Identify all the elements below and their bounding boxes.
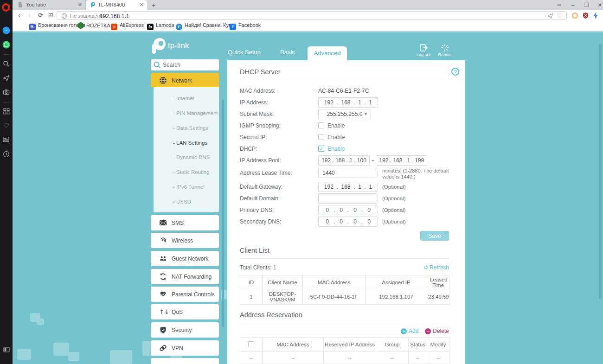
client-list-table: ID Client Name MAC Address Assigned IP L… xyxy=(240,275,449,305)
restore-button[interactable]: ❐ xyxy=(583,1,590,9)
tab-basic[interactable]: Basic xyxy=(280,49,295,56)
total-clients: Total Clients: 1 xyxy=(240,264,276,271)
tab-menu-icon[interactable]: ≂ xyxy=(555,1,563,9)
select-all-checkbox[interactable] xyxy=(248,341,254,347)
delete-button[interactable]: −Delete xyxy=(425,328,449,334)
second-ip-label: Second IP: xyxy=(240,134,318,140)
url-field[interactable]: Не защищено 192.168.1.1 ♡ xyxy=(57,11,567,20)
dhcp-enable-checkbox[interactable]: ✓ xyxy=(318,146,324,152)
logout-button[interactable]: Log out xyxy=(413,44,434,57)
tab-quick-setup[interactable]: Quick Setup xyxy=(228,49,261,56)
tab-close-icon[interactable]: ✕ xyxy=(78,2,82,8)
menu-item-network[interactable]: Network xyxy=(151,73,219,87)
close-button[interactable]: ✕ xyxy=(596,1,603,9)
bookmark-rozetka[interactable]: ROZETKA xyxy=(77,22,110,30)
menu-label: Network xyxy=(172,77,192,84)
menu-item-qos[interactable]: ↑↓ QoS xyxy=(151,304,219,319)
lease-note: minutes. (1-2880. The default value is 1… xyxy=(382,168,449,180)
lease-time-input[interactable] xyxy=(318,168,378,178)
primary-dns-label: Primary DNS: xyxy=(240,207,318,213)
tab-tplink[interactable]: TL-MR6400 ✕ xyxy=(86,0,147,10)
bookmark-aliexpress[interactable]: ☺AliExpress xyxy=(111,22,144,30)
bookmark-facebook[interactable]: fFacebook xyxy=(230,22,261,30)
menu-icon xyxy=(159,361,167,364)
nav-search-input[interactable] xyxy=(163,61,215,69)
flash-bolt-icon[interactable] xyxy=(592,12,599,19)
nav-search-box[interactable] xyxy=(151,59,219,70)
new-tab-button[interactable]: + xyxy=(150,1,157,9)
bookmark-favicon xyxy=(77,22,84,29)
second-ip-checkbox[interactable] xyxy=(318,134,324,140)
tab-youtube[interactable]: YouTube ✕ xyxy=(14,0,86,10)
forward-icon[interactable]: › xyxy=(28,12,30,19)
bookmark-booking[interactable]: B.Бронювання готелів xyxy=(29,22,85,30)
menu-item-nat-forwarding[interactable]: NAT Forwarding xyxy=(151,269,219,284)
menu-item-partial[interactable] xyxy=(151,358,219,364)
refresh-button[interactable]: ↺Refresh xyxy=(423,264,449,271)
submenu-internet[interactable]: - Internet xyxy=(173,96,194,101)
subnet-mask-select[interactable]: 255.255.255.0▼ xyxy=(318,109,371,119)
news-icon[interactable] xyxy=(0,136,13,145)
tab-close-icon[interactable]: ✕ xyxy=(140,2,144,8)
extension-orange-icon[interactable] xyxy=(571,12,578,19)
minimize-button[interactable]: – xyxy=(569,1,577,9)
menu-item-parental-controls[interactable]: Parental Controls xyxy=(151,287,219,302)
back-icon[interactable]: ‹ xyxy=(18,12,20,19)
submenu-lan-settings[interactable]: - LAN Settings xyxy=(173,140,207,146)
adblock-shield-icon[interactable] xyxy=(582,12,589,19)
secondary-dns-input[interactable] xyxy=(318,217,378,227)
menu-item-wireless[interactable]: Wireless xyxy=(151,233,219,248)
pool-end-input[interactable] xyxy=(376,155,427,166)
content-scrollbar[interactable] xyxy=(222,100,224,327)
primary-dns-input[interactable] xyxy=(318,205,378,215)
submenu-dynamic-dns[interactable]: - Dynamic DNS xyxy=(173,154,210,160)
menu-label: NAT Forwarding xyxy=(172,274,212,280)
submenu-ipv6-tunnel[interactable]: - IPv6 Tunnel xyxy=(173,184,205,190)
speed-dial-grid-icon[interactable]: ⊞ xyxy=(48,12,53,19)
bookmark-lamoda[interactable]: laLamoda xyxy=(147,22,174,30)
page-scrollbar[interactable] xyxy=(599,44,602,299)
pool-start-input[interactable] xyxy=(318,155,370,166)
reboot-button[interactable]: Reboot xyxy=(435,44,455,57)
whatsapp-icon[interactable] xyxy=(0,41,13,49)
reload-icon[interactable]: ⟳ xyxy=(38,12,43,19)
menu-item-sms[interactable]: SMS xyxy=(151,215,219,230)
speed-dial-icon[interactable] xyxy=(0,108,13,116)
table-header-row: ID Client Name MAC Address Assigned IP L… xyxy=(240,275,449,289)
submenu-data-settings[interactable]: - Data Settings xyxy=(173,125,208,131)
submenu-static-routing[interactable]: - Static Routing xyxy=(173,169,210,175)
bookmark-naydi[interactable]: PНайди! Сравни! Куп xyxy=(176,22,231,30)
messenger-icon[interactable] xyxy=(0,26,13,35)
col-group: Group xyxy=(376,338,409,351)
search-icon[interactable] xyxy=(0,60,13,69)
my-flow-icon[interactable] xyxy=(0,75,13,83)
add-button[interactable]: +Add xyxy=(401,328,418,334)
bookmark-favicon: f xyxy=(230,24,236,30)
gateway-input[interactable] xyxy=(318,182,378,192)
bookmarks-heart-icon[interactable]: ♡ xyxy=(0,121,13,130)
sidebar-divider xyxy=(3,54,9,55)
domain-input[interactable] xyxy=(318,193,378,204)
menu-item-vpn[interactable]: VPN xyxy=(151,340,219,356)
igmp-checkbox[interactable] xyxy=(318,122,324,128)
ip-address-input[interactable] xyxy=(318,97,378,108)
gateway-label: Default Gateway: xyxy=(240,184,318,190)
section-title-address-reservation: Address Reservation xyxy=(240,311,449,319)
help-icon[interactable]: ? xyxy=(451,68,459,76)
section-title-dhcp: DHCP Server xyxy=(240,68,449,76)
security-label: Не защищено xyxy=(70,13,103,19)
sidebar-setup-icon[interactable] xyxy=(0,347,13,355)
save-button[interactable]: Save xyxy=(420,231,449,241)
menu-item-guest-network[interactable]: Guest Network xyxy=(151,251,219,266)
bookmark-heart-icon[interactable]: ♡ xyxy=(557,13,563,19)
snapshot-icon[interactable] xyxy=(0,89,13,97)
submenu-pin-management[interactable]: - PIN Management xyxy=(173,110,218,116)
submenu-ussd[interactable]: - USSD xyxy=(173,199,191,204)
dhcp-label: DHCP: xyxy=(240,146,318,152)
menu-item-security[interactable]: Security xyxy=(151,322,219,338)
tab-advanced[interactable]: Advanced xyxy=(308,46,347,60)
history-clock-icon[interactable] xyxy=(0,151,13,159)
opera-logo-icon[interactable] xyxy=(2,3,10,12)
address-reservation-table: MAC Address Reserved IP Address Group St… xyxy=(240,337,449,364)
send-to-flow-icon[interactable] xyxy=(547,13,553,19)
